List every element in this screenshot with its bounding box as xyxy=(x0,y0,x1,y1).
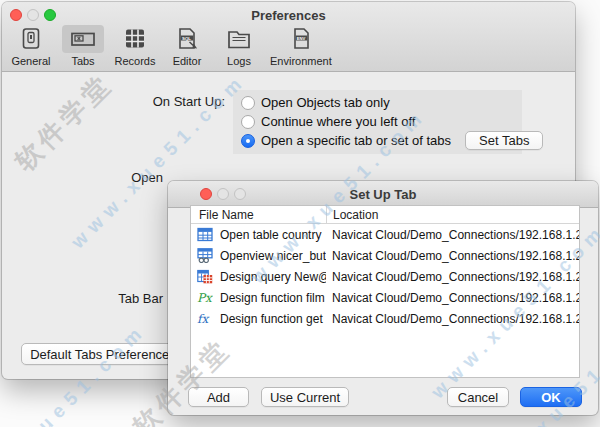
set-tabs-button[interactable]: Set Tabs xyxy=(465,131,543,150)
query-icon xyxy=(197,269,213,284)
tab-list-table: File Name Location Open table country Na… xyxy=(190,205,580,378)
radio-option-specific-tabs[interactable]: Open a specific tab or set of tabs Set T… xyxy=(241,131,514,150)
toolbar-label: Environment xyxy=(270,55,332,67)
radio-option-open-objects[interactable]: Open Objects tab only xyxy=(241,93,514,112)
svg-text:SQL: SQL xyxy=(182,36,191,41)
toolbar-item-editor[interactable]: SQL Editor xyxy=(166,25,208,67)
ok-button[interactable]: OK xyxy=(520,387,582,407)
radio-checked-icon[interactable] xyxy=(241,134,255,148)
svg-text:ENV: ENV xyxy=(297,36,306,41)
svg-text:Px: Px xyxy=(197,291,213,305)
on-start-up-label: On Start Up: xyxy=(120,94,225,109)
function-blue-icon: fx xyxy=(197,311,213,326)
tab-bar-label: Tab Bar xyxy=(88,291,163,306)
toolbar-label: Logs xyxy=(227,55,251,67)
radio-unchecked-icon[interactable] xyxy=(241,115,255,129)
logs-icon xyxy=(226,37,252,54)
toolbar-item-logs[interactable]: Logs xyxy=(218,25,260,67)
environment-icon: ENV xyxy=(288,37,314,54)
toolbar-item-records[interactable]: Records xyxy=(114,25,156,67)
table-row[interactable]: Openview nicer_but Navicat Cloud/Demo_Co… xyxy=(191,245,579,266)
add-button[interactable]: Add xyxy=(188,387,249,407)
cancel-button[interactable]: Cancel xyxy=(447,387,509,407)
tabs-icon xyxy=(70,37,96,54)
toolbar-item-general[interactable]: General xyxy=(10,25,52,67)
preferences-titlebar: Preferences General Tabs Records xyxy=(2,2,575,72)
preferences-toolbar: General Tabs Records SQL Editor xyxy=(10,25,332,67)
dialog-title: Set Up Tab xyxy=(168,187,598,202)
default-tabs-preferences-button[interactable]: Default Tabs Preferences xyxy=(21,343,185,365)
function-green-icon: Px xyxy=(197,290,213,305)
radio-unchecked-icon[interactable] xyxy=(241,96,255,110)
table-header-row: File Name Location xyxy=(191,206,579,224)
set-up-tab-dialog: Set Up Tab File Name Location Open table… xyxy=(168,181,598,415)
toolbar-item-environment[interactable]: ENV Environment xyxy=(270,25,332,67)
dialog-titlebar: Set Up Tab xyxy=(168,181,598,208)
view-icon xyxy=(197,248,213,263)
toolbar-label: General xyxy=(11,55,50,67)
table-row[interactable]: Design query New@ Navicat Cloud/Demo_Con… xyxy=(191,266,579,287)
records-icon xyxy=(122,37,148,54)
open-label: Open xyxy=(108,170,163,185)
table-icon xyxy=(197,227,213,242)
svg-text:fx: fx xyxy=(197,312,209,326)
general-icon xyxy=(18,37,44,54)
toolbar-item-tabs[interactable]: Tabs xyxy=(62,25,104,67)
window-title: Preferences xyxy=(2,8,575,23)
column-header-location[interactable]: Location xyxy=(326,206,579,223)
toolbar-label: Records xyxy=(115,55,156,67)
table-row[interactable]: Open table country Navicat Cloud/Demo_Co… xyxy=(191,224,579,245)
use-current-button[interactable]: Use Current xyxy=(261,387,349,407)
on-start-up-radio-group: Open Objects tab only Continue where you… xyxy=(233,90,522,154)
table-row[interactable]: Px Design function film Navicat Cloud/De… xyxy=(191,287,579,308)
toolbar-label: Tabs xyxy=(71,55,94,67)
column-header-file-name[interactable]: File Name xyxy=(191,206,326,223)
toolbar-label: Editor xyxy=(173,55,202,67)
radio-option-continue[interactable]: Continue where you left off xyxy=(241,112,514,131)
editor-icon: SQL xyxy=(174,37,200,54)
table-row[interactable]: fx Design function get Navicat Cloud/Dem… xyxy=(191,308,579,329)
